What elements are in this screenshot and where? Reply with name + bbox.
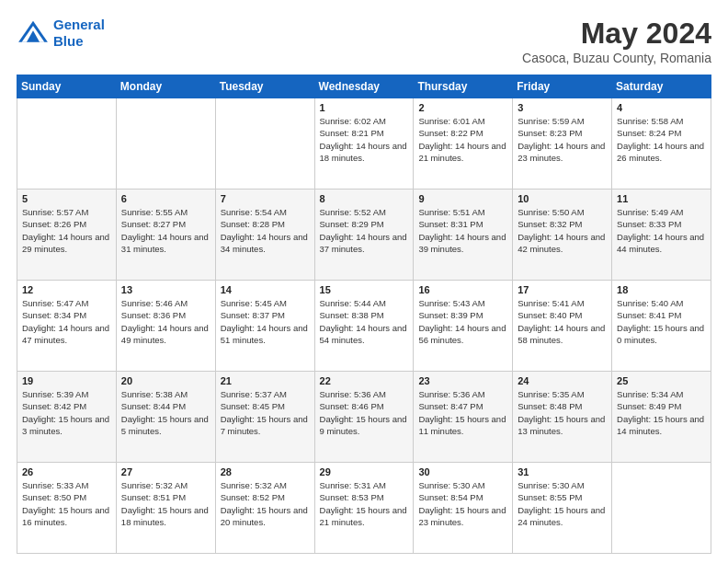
day-number: 10 xyxy=(518,193,607,204)
cell-w5-d0: 26Sunrise: 5:33 AM Sunset: 8:50 PM Dayli… xyxy=(17,463,117,554)
day-detail: Sunrise: 5:35 AM Sunset: 8:48 PM Dayligh… xyxy=(518,388,607,437)
day-number: 4 xyxy=(617,102,706,113)
day-number: 15 xyxy=(320,284,409,295)
cell-w4-d6: 25Sunrise: 5:34 AM Sunset: 8:49 PM Dayli… xyxy=(612,372,711,463)
week-row-4: 19Sunrise: 5:39 AM Sunset: 8:42 PM Dayli… xyxy=(17,372,711,463)
cell-w3-d4: 16Sunrise: 5:43 AM Sunset: 8:39 PM Dayli… xyxy=(414,281,513,372)
title-section: May 2024 Casoca, Buzau County, Romania xyxy=(522,17,711,65)
logo-general: General xyxy=(53,17,105,32)
calendar-header: Sunday Monday Tuesday Wednesday Thursday… xyxy=(17,75,711,98)
day-detail: Sunrise: 5:58 AM Sunset: 8:24 PM Dayligh… xyxy=(617,115,706,164)
cell-w3-d6: 18Sunrise: 5:40 AM Sunset: 8:41 PM Dayli… xyxy=(612,281,711,372)
cell-w5-d2: 28Sunrise: 5:32 AM Sunset: 8:52 PM Dayli… xyxy=(215,463,314,554)
week-row-1: 1Sunrise: 6:02 AM Sunset: 8:21 PM Daylig… xyxy=(17,98,711,190)
day-number: 19 xyxy=(22,375,111,386)
cell-w1-d5: 3Sunrise: 5:59 AM Sunset: 8:23 PM Daylig… xyxy=(513,98,612,190)
day-detail: Sunrise: 5:55 AM Sunset: 8:27 PM Dayligh… xyxy=(121,206,210,255)
cell-w3-d1: 13Sunrise: 5:46 AM Sunset: 8:36 PM Dayli… xyxy=(116,281,215,372)
day-detail: Sunrise: 5:36 AM Sunset: 8:47 PM Dayligh… xyxy=(418,388,507,437)
logo-icon xyxy=(17,19,50,47)
day-number: 11 xyxy=(617,193,706,204)
cell-w4-d3: 22Sunrise: 5:36 AM Sunset: 8:46 PM Dayli… xyxy=(314,372,414,463)
col-monday: Monday xyxy=(116,75,215,98)
weekday-row: Sunday Monday Tuesday Wednesday Thursday… xyxy=(17,75,711,98)
cell-w1-d1 xyxy=(116,98,215,190)
day-detail: Sunrise: 5:59 AM Sunset: 8:23 PM Dayligh… xyxy=(518,115,607,164)
cell-w4-d2: 21Sunrise: 5:37 AM Sunset: 8:45 PM Dayli… xyxy=(215,372,314,463)
day-detail: Sunrise: 5:54 AM Sunset: 8:28 PM Dayligh… xyxy=(221,206,310,255)
day-number: 12 xyxy=(22,284,111,295)
cell-w5-d1: 27Sunrise: 5:32 AM Sunset: 8:51 PM Dayli… xyxy=(116,463,215,554)
day-detail: Sunrise: 5:51 AM Sunset: 8:31 PM Dayligh… xyxy=(418,206,507,255)
day-detail: Sunrise: 5:30 AM Sunset: 8:55 PM Dayligh… xyxy=(518,479,607,528)
day-number: 9 xyxy=(418,193,507,204)
logo-blue-text: Blue xyxy=(53,33,84,49)
col-saturday: Saturday xyxy=(612,75,711,98)
day-detail: Sunrise: 5:34 AM Sunset: 8:49 PM Dayligh… xyxy=(617,388,706,437)
day-number: 18 xyxy=(617,284,706,295)
cell-w1-d6: 4Sunrise: 5:58 AM Sunset: 8:24 PM Daylig… xyxy=(612,98,711,190)
day-detail: Sunrise: 5:45 AM Sunset: 8:37 PM Dayligh… xyxy=(221,297,310,346)
day-number: 30 xyxy=(418,466,507,477)
cell-w3-d0: 12Sunrise: 5:47 AM Sunset: 8:34 PM Dayli… xyxy=(17,281,117,372)
calendar-body: 1Sunrise: 6:02 AM Sunset: 8:21 PM Daylig… xyxy=(17,98,711,554)
day-detail: Sunrise: 5:36 AM Sunset: 8:46 PM Dayligh… xyxy=(320,388,409,437)
logo: General Blue xyxy=(17,17,105,50)
cell-w3-d5: 17Sunrise: 5:41 AM Sunset: 8:40 PM Dayli… xyxy=(513,281,612,372)
day-number: 26 xyxy=(22,466,111,477)
cell-w5-d4: 30Sunrise: 5:30 AM Sunset: 8:54 PM Dayli… xyxy=(414,463,513,554)
col-sunday: Sunday xyxy=(17,75,117,98)
day-detail: Sunrise: 6:01 AM Sunset: 8:22 PM Dayligh… xyxy=(418,115,507,164)
col-wednesday: Wednesday xyxy=(314,75,414,98)
day-detail: Sunrise: 5:37 AM Sunset: 8:45 PM Dayligh… xyxy=(221,388,310,437)
col-thursday: Thursday xyxy=(414,75,513,98)
day-number: 8 xyxy=(320,193,409,204)
cell-w2-d5: 10Sunrise: 5:50 AM Sunset: 8:32 PM Dayli… xyxy=(513,190,612,281)
day-detail: Sunrise: 5:46 AM Sunset: 8:36 PM Dayligh… xyxy=(121,297,210,346)
day-detail: Sunrise: 6:02 AM Sunset: 8:21 PM Dayligh… xyxy=(320,115,409,164)
day-detail: Sunrise: 5:41 AM Sunset: 8:40 PM Dayligh… xyxy=(518,297,607,346)
cell-w1-d2 xyxy=(215,98,314,190)
cell-w2-d0: 5Sunrise: 5:57 AM Sunset: 8:26 PM Daylig… xyxy=(17,190,117,281)
cell-w5-d5: 31Sunrise: 5:30 AM Sunset: 8:55 PM Dayli… xyxy=(513,463,612,554)
day-number: 6 xyxy=(121,193,210,204)
week-row-5: 26Sunrise: 5:33 AM Sunset: 8:50 PM Dayli… xyxy=(17,463,711,554)
day-number: 5 xyxy=(22,193,111,204)
day-detail: Sunrise: 5:32 AM Sunset: 8:52 PM Dayligh… xyxy=(221,479,310,528)
day-number: 29 xyxy=(320,466,409,477)
day-number: 21 xyxy=(221,375,310,386)
day-number: 24 xyxy=(518,375,607,386)
day-detail: Sunrise: 5:31 AM Sunset: 8:53 PM Dayligh… xyxy=(320,479,409,528)
cell-w2-d6: 11Sunrise: 5:49 AM Sunset: 8:33 PM Dayli… xyxy=(612,190,711,281)
cell-w1-d4: 2Sunrise: 6:01 AM Sunset: 8:22 PM Daylig… xyxy=(414,98,513,190)
cell-w2-d1: 6Sunrise: 5:55 AM Sunset: 8:27 PM Daylig… xyxy=(116,190,215,281)
location: Casoca, Buzau County, Romania xyxy=(522,51,711,65)
day-detail: Sunrise: 5:43 AM Sunset: 8:39 PM Dayligh… xyxy=(418,297,507,346)
cell-w4-d0: 19Sunrise: 5:39 AM Sunset: 8:42 PM Dayli… xyxy=(17,372,117,463)
day-number: 23 xyxy=(418,375,507,386)
day-detail: Sunrise: 5:30 AM Sunset: 8:54 PM Dayligh… xyxy=(418,479,507,528)
day-detail: Sunrise: 5:50 AM Sunset: 8:32 PM Dayligh… xyxy=(518,206,607,255)
week-row-2: 5Sunrise: 5:57 AM Sunset: 8:26 PM Daylig… xyxy=(17,190,711,281)
day-number: 1 xyxy=(320,102,409,113)
cell-w5-d3: 29Sunrise: 5:31 AM Sunset: 8:53 PM Dayli… xyxy=(314,463,414,554)
cell-w1-d0 xyxy=(17,98,117,190)
cell-w4-d5: 24Sunrise: 5:35 AM Sunset: 8:48 PM Dayli… xyxy=(513,372,612,463)
calendar: Sunday Monday Tuesday Wednesday Thursday… xyxy=(17,75,711,554)
day-detail: Sunrise: 5:47 AM Sunset: 8:34 PM Dayligh… xyxy=(22,297,111,346)
day-detail: Sunrise: 5:33 AM Sunset: 8:50 PM Dayligh… xyxy=(22,479,111,528)
col-tuesday: Tuesday xyxy=(215,75,314,98)
logo-text: General Blue xyxy=(53,17,105,50)
day-number: 31 xyxy=(518,466,607,477)
day-detail: Sunrise: 5:38 AM Sunset: 8:44 PM Dayligh… xyxy=(121,388,210,437)
day-number: 27 xyxy=(121,466,210,477)
day-detail: Sunrise: 5:40 AM Sunset: 8:41 PM Dayligh… xyxy=(617,297,706,346)
cell-w3-d2: 14Sunrise: 5:45 AM Sunset: 8:37 PM Dayli… xyxy=(215,281,314,372)
week-row-3: 12Sunrise: 5:47 AM Sunset: 8:34 PM Dayli… xyxy=(17,281,711,372)
day-detail: Sunrise: 5:49 AM Sunset: 8:33 PM Dayligh… xyxy=(617,206,706,255)
cell-w3-d3: 15Sunrise: 5:44 AM Sunset: 8:38 PM Dayli… xyxy=(314,281,414,372)
header: General Blue May 2024 Casoca, Buzau Coun… xyxy=(17,17,711,65)
day-number: 28 xyxy=(221,466,310,477)
col-friday: Friday xyxy=(513,75,612,98)
day-number: 7 xyxy=(221,193,310,204)
